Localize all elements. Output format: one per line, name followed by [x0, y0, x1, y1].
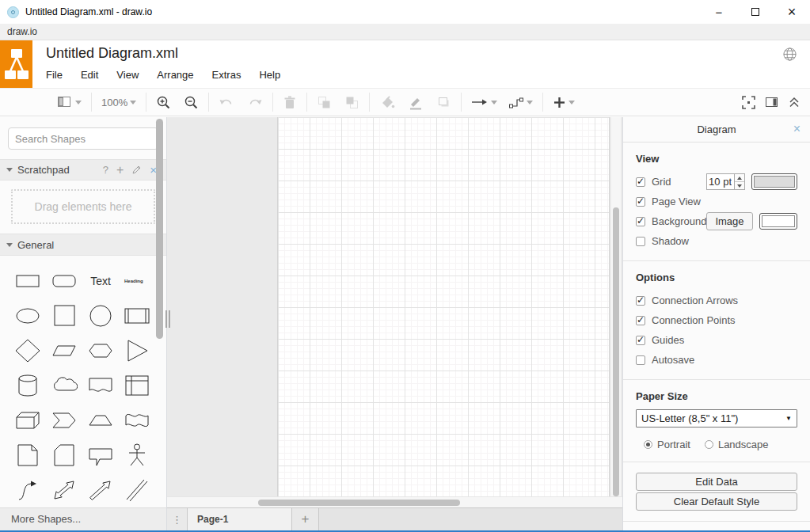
paper-size-select[interactable]: US-Letter (8,5" x 11") ▼ [636, 409, 797, 428]
shape-rounded-rectangle[interactable] [49, 267, 79, 295]
search-shapes-box[interactable] [8, 127, 158, 150]
page-view-checkbox[interactable] [636, 197, 645, 207]
page-tab[interactable]: Page-1 [188, 508, 292, 530]
autosave-checkbox[interactable] [636, 355, 645, 365]
background-image-button[interactable]: Image [706, 212, 752, 230]
connection-points-checkbox[interactable] [636, 316, 645, 325]
horizontal-scrollbar[interactable] [167, 496, 622, 507]
shape-arrow[interactable] [86, 476, 116, 504]
shape-document[interactable] [86, 371, 116, 400]
to-front-button[interactable] [317, 95, 332, 110]
zoom-out-button[interactable] [184, 95, 199, 110]
shadow-button[interactable] [436, 95, 451, 110]
format-panel-toggle[interactable] [765, 96, 778, 108]
menu-file[interactable]: File [46, 69, 63, 81]
fullscreen-button[interactable] [742, 96, 755, 109]
menu-view[interactable]: View [116, 69, 139, 81]
shape-diamond[interactable] [13, 336, 43, 365]
page-view-dropdown[interactable] [57, 95, 82, 109]
add-page-button[interactable]: + [292, 508, 319, 530]
canvas[interactable]: ⋮ Page-1 + [167, 117, 622, 530]
pages-menu-button[interactable]: ⋮ [167, 508, 188, 530]
grid-size-stepper[interactable] [735, 173, 745, 190]
vertical-scrollbar[interactable] [611, 117, 621, 498]
stepper-down-icon[interactable] [735, 182, 744, 189]
zoom-dropdown[interactable]: 100% [101, 97, 136, 108]
waypoints-dropdown[interactable] [508, 96, 533, 108]
insert-dropdown[interactable] [553, 96, 575, 109]
shape-triangle[interactable] [122, 336, 152, 365]
shape-hexagon[interactable] [86, 336, 116, 365]
sidebar-splitter-handle[interactable] [165, 310, 170, 328]
zoom-in-button[interactable] [156, 95, 171, 110]
shape-square[interactable] [49, 302, 79, 330]
fill-color-button[interactable] [379, 95, 395, 110]
edit-data-button[interactable]: Edit Data [636, 473, 797, 491]
shape-textbox[interactable]: Heading [122, 267, 152, 295]
menu-strip-label[interactable]: draw.io [7, 26, 37, 37]
shape-ellipse[interactable] [13, 302, 43, 330]
menu-edit[interactable]: Edit [81, 69, 98, 81]
shape-curve[interactable] [13, 476, 43, 504]
grid-checkbox[interactable] [636, 177, 645, 187]
shape-card[interactable] [49, 441, 79, 469]
to-back-button[interactable] [344, 95, 359, 110]
sidebar-scrollbar-thumb[interactable] [156, 119, 163, 339]
delete-button[interactable] [283, 95, 297, 110]
stepper-up-icon[interactable] [735, 174, 744, 182]
scratchpad-add-icon[interactable]: + [116, 163, 124, 177]
tab-diagram[interactable]: Diagram [697, 124, 736, 135]
shape-note[interactable] [13, 441, 43, 469]
minimize-button[interactable]: − [701, 0, 737, 24]
search-input[interactable] [15, 133, 154, 145]
shape-trapezoid[interactable] [86, 406, 116, 435]
shape-tape[interactable] [122, 406, 152, 435]
shape-text[interactable]: Text [86, 267, 116, 295]
shape-rectangle[interactable] [13, 267, 43, 295]
shape-cloud[interactable] [49, 371, 79, 400]
vertical-scrollbar-thumb[interactable] [613, 207, 619, 496]
maximize-button[interactable] [737, 0, 774, 24]
scratchpad-header[interactable]: Scratchpad ? + × [0, 159, 166, 180]
shape-process[interactable] [122, 302, 152, 330]
shape-cylinder[interactable] [13, 371, 43, 400]
line-color-button[interactable] [408, 95, 424, 110]
shape-line[interactable] [122, 476, 152, 504]
language-globe-icon[interactable] [782, 47, 797, 65]
radio-unselected-icon[interactable] [705, 440, 713, 449]
drawing-page[interactable] [277, 117, 610, 498]
connection-dropdown[interactable] [471, 97, 497, 108]
menu-extras[interactable]: Extras [212, 69, 241, 81]
shape-parallelogram[interactable] [49, 336, 79, 365]
shape-bidirectional-arrow[interactable] [49, 476, 79, 504]
shape-internal-storage[interactable] [122, 371, 152, 400]
clear-default-style-button[interactable]: Clear Default Style [636, 492, 797, 511]
scratchpad-help-icon[interactable]: ? [103, 164, 108, 176]
general-section-header[interactable]: General [0, 234, 166, 255]
more-shapes-button[interactable]: More Shapes... [0, 507, 166, 530]
background-checkbox[interactable] [636, 217, 645, 226]
menu-strip[interactable]: draw.io [0, 24, 810, 40]
shape-actor[interactable] [122, 441, 152, 469]
format-panel-close-icon[interactable]: × [793, 123, 800, 135]
grid-size-input[interactable] [706, 173, 735, 190]
radio-selected-icon[interactable] [644, 440, 652, 449]
guides-checkbox[interactable] [636, 336, 645, 345]
background-color-swatch[interactable] [759, 213, 797, 230]
shape-callout[interactable] [86, 441, 116, 469]
shape-step[interactable] [49, 406, 79, 435]
shadow-checkbox[interactable] [636, 237, 645, 246]
menu-arrange[interactable]: Arrange [157, 69, 193, 81]
portrait-radio[interactable]: Portrait [644, 439, 690, 450]
close-button[interactable]: × [774, 0, 810, 24]
scratchpad-drop-zone[interactable]: Drag elements here [11, 189, 155, 224]
redo-button[interactable] [247, 96, 263, 108]
sidebar-scrollbar[interactable] [156, 119, 163, 344]
undo-button[interactable] [219, 96, 234, 108]
connection-arrows-checkbox[interactable] [636, 296, 645, 306]
shape-cube[interactable] [13, 406, 43, 435]
landscape-radio[interactable]: Landscape [705, 439, 769, 450]
shape-circle[interactable] [86, 302, 116, 330]
grid-color-swatch[interactable] [751, 173, 797, 190]
horizontal-scrollbar-thumb[interactable] [258, 500, 460, 506]
